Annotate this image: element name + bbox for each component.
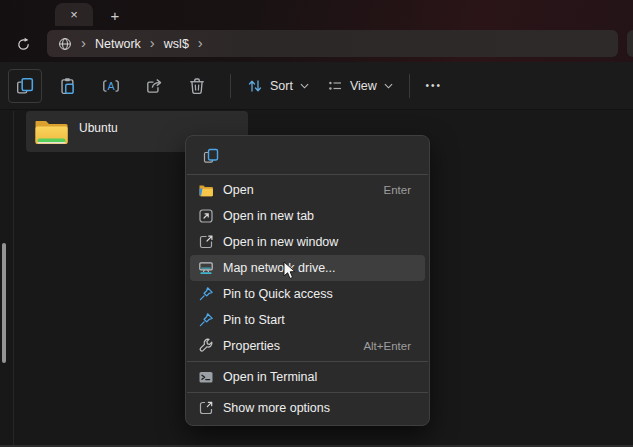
menu-item-label: Properties <box>223 339 280 353</box>
copy-icon <box>203 148 219 164</box>
share-icon <box>145 77 163 95</box>
toolbar-divider <box>409 74 410 98</box>
paste-icon <box>59 77 77 95</box>
menu-item-map-network-drive[interactable]: Map network drive... <box>190 255 425 281</box>
menu-item-open-in-new-window[interactable]: Open in new window <box>190 229 425 255</box>
network-drive-icon <box>198 260 214 276</box>
copy-button[interactable] <box>8 69 42 103</box>
chevron-down-icon <box>384 83 393 89</box>
refresh-button[interactable] <box>13 35 33 53</box>
rename-icon: A <box>102 77 120 95</box>
delete-icon <box>188 77 206 95</box>
navigation-scrollbar[interactable] <box>2 243 6 363</box>
menu-separator <box>187 361 428 362</box>
menu-item-open-in-new-tab[interactable]: Open in new tab <box>190 203 425 229</box>
menu-item-label: Pin to Quick access <box>223 287 333 301</box>
tab-close-button[interactable]: × <box>70 8 78 21</box>
terminal-icon <box>198 369 214 385</box>
rename-button[interactable]: A <box>94 69 128 103</box>
folder-name-label: Ubuntu <box>79 121 118 135</box>
menu-item-label: Open in new window <box>223 235 338 249</box>
search-box[interactable] <box>627 30 633 57</box>
menu-item-properties[interactable]: Properties Alt+Enter <box>190 333 425 359</box>
view-icon <box>327 78 343 94</box>
new-window-icon <box>198 234 214 250</box>
menu-item-label: Open in new tab <box>223 209 314 223</box>
copy-quick-button[interactable] <box>198 143 224 169</box>
mouse-cursor <box>283 261 297 281</box>
share-button[interactable] <box>137 69 171 103</box>
navigation-pane-divider[interactable] <box>13 111 14 447</box>
menu-item-label: Map network drive... <box>223 261 336 275</box>
more-options-button[interactable]: ••• <box>417 69 451 103</box>
explorer-tab[interactable]: × <box>55 3 93 26</box>
pin-icon <box>198 286 214 302</box>
sort-button[interactable]: Sort <box>238 69 318 103</box>
chevron-down-icon <box>300 83 309 89</box>
menu-item-label: Show more options <box>223 401 330 415</box>
menu-item-open-in-terminal[interactable]: Open in Terminal <box>190 364 425 390</box>
view-label: View <box>350 79 377 93</box>
menu-item-pin-to-quick-access[interactable]: Pin to Quick access <box>190 281 425 307</box>
delete-button[interactable] <box>180 69 214 103</box>
menu-item-open[interactable]: Open Enter <box>190 177 425 203</box>
menu-separator <box>187 174 428 175</box>
globe-icon <box>58 37 72 51</box>
menu-item-shortcut: Alt+Enter <box>363 340 417 352</box>
view-button[interactable]: View <box>318 69 402 103</box>
menu-item-label: Open <box>223 183 254 197</box>
address-bar[interactable]: › Network › wsl$ › <box>47 30 618 57</box>
breadcrumb-chevron-icon: › <box>198 35 203 50</box>
context-menu: Open Enter Open in new tab Open in new w… <box>185 135 430 426</box>
new-tab-button[interactable]: + <box>105 6 125 24</box>
file-explorer-window: × + › Network › wsl$ › <box>0 0 633 447</box>
toolbar-divider <box>230 74 231 98</box>
breadcrumb-segment-network[interactable]: Network <box>95 37 141 51</box>
sort-icon <box>247 78 263 94</box>
wrench-icon <box>198 338 214 354</box>
menu-item-label: Open in Terminal <box>223 370 317 384</box>
breadcrumb-chevron-icon: › <box>81 35 86 50</box>
sort-label: Sort <box>270 79 293 93</box>
refresh-icon <box>16 37 31 52</box>
menu-item-shortcut: Enter <box>384 184 418 196</box>
breadcrumb-chevron-icon: › <box>150 35 155 50</box>
context-menu-quick-actions <box>186 140 429 172</box>
show-more-options-icon <box>198 400 214 416</box>
new-tab-icon <box>198 208 214 224</box>
paste-button[interactable] <box>51 69 85 103</box>
breadcrumb-segment-wsl[interactable]: wsl$ <box>164 37 189 51</box>
menu-item-label: Pin to Start <box>223 313 285 327</box>
command-bar: A <box>0 62 633 110</box>
pin-icon <box>198 312 214 328</box>
menu-separator <box>187 392 428 393</box>
menu-item-show-more-options[interactable]: Show more options <box>190 395 425 421</box>
menu-item-pin-to-start[interactable]: Pin to Start <box>190 307 425 333</box>
folder-icon <box>33 116 69 148</box>
open-folder-icon <box>198 182 214 198</box>
copy-icon <box>16 77 34 95</box>
svg-text:A: A <box>107 79 115 91</box>
